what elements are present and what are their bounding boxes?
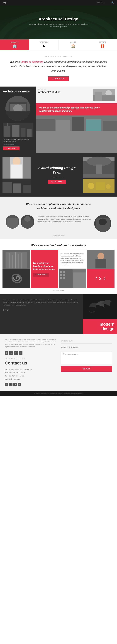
iconic-img-credit: Image from Freepik xyxy=(3,290,114,291)
contact-gp-icon[interactable]: G+ xyxy=(19,351,23,355)
planners-text: Lorem ipsum dolor sit amet, consectetur … xyxy=(37,215,92,223)
hero-section: Architectural Design We are an independe… xyxy=(0,5,117,39)
global-practice-subtitle: WE ARE A GLOBAL PRACTICE xyxy=(9,56,108,57)
iconic-title: We've worked in iconic natural settings xyxy=(3,244,114,247)
iconic-cell-text: Duis aute irure dolor in reprehenderit i… xyxy=(59,250,86,268)
contact-right: SUBMIT xyxy=(61,338,112,386)
svg-rect-21 xyxy=(94,92,102,101)
circle1-svg xyxy=(6,215,19,228)
svg-rect-58 xyxy=(18,254,19,268)
nav-tab-about[interactable]: ABOUT US 🏢 xyxy=(0,39,29,50)
modern-design-line1: modern xyxy=(85,322,114,326)
contact-address-line2: Mon – Fri: 9:00 am – 8:00 pm xyxy=(5,371,56,374)
svg-rect-70 xyxy=(63,274,65,276)
bottom-tw-icon[interactable]: t xyxy=(9,383,13,386)
search-input[interactable] xyxy=(96,1,110,4)
hero-title: Architectural Design xyxy=(39,17,78,22)
nav-tabs: ABOUT US 🏢 STRATEGY ♟ MISSION 🏠 SUPPORT … xyxy=(0,39,117,50)
planner-circle-big xyxy=(94,215,111,232)
award-right-img-top xyxy=(83,157,114,178)
home-icon: 🏠 xyxy=(71,44,75,48)
modern-social-row: f t in xyxy=(3,309,80,311)
modern-fb-icon[interactable]: f xyxy=(3,309,4,311)
contact-address: 3045 10 Sunrise Avenue, 123-456-7890 Mon… xyxy=(5,368,56,381)
svg-rect-4 xyxy=(0,5,117,39)
svg-point-49 xyxy=(24,216,31,222)
iconic-living-learn-more-btn[interactable]: LEARN MORE xyxy=(33,273,49,276)
iconic-living-title: We create living, breathing structures t… xyxy=(33,262,56,271)
svg-rect-62 xyxy=(95,259,106,268)
award-img-small xyxy=(3,180,31,193)
studios-top: ABOUT US Architects' studios xyxy=(36,86,117,103)
circle2-svg xyxy=(21,215,34,228)
global-practice-text: We are a group of designers working toge… xyxy=(9,60,108,73)
facebook-icon[interactable]: f xyxy=(96,277,97,280)
support-icon: 🛟 xyxy=(100,44,104,48)
svg-point-30 xyxy=(13,157,21,166)
studios-img-svg xyxy=(93,89,115,101)
award-learn-more-btn[interactable]: LEARN MORE xyxy=(48,180,66,184)
svg-rect-56 xyxy=(12,255,13,268)
building-icon: 🏢 xyxy=(13,44,17,48)
svg-rect-67 xyxy=(60,271,62,273)
contact-name-input[interactable] xyxy=(61,338,112,344)
svg-rect-26 xyxy=(86,119,101,131)
site-footer: Sample text. Click to select the text bo… xyxy=(0,391,117,396)
svg-rect-68 xyxy=(63,271,65,273)
svg-rect-24 xyxy=(56,120,70,131)
studios-title: Architects' studios xyxy=(38,91,91,94)
award-small-svg xyxy=(3,180,31,193)
news-circle-image xyxy=(6,96,30,121)
bottom-fb-icon[interactable]: f xyxy=(5,383,8,386)
nav-tab-strategy[interactable]: STRATEGY ♟ xyxy=(29,39,59,50)
contact-left: Ut enim ad minim veniam, quis nostrud ex… xyxy=(5,338,61,386)
search-icon[interactable]: 🔍 xyxy=(111,2,114,4)
planner-circle-1 xyxy=(6,215,19,228)
svg-rect-69 xyxy=(60,274,62,276)
iconic-cell-building2 xyxy=(59,269,86,288)
studios-top-image xyxy=(93,89,115,101)
hero-arch-decoration xyxy=(0,5,117,39)
news-left-panel: Architecture news xyxy=(0,86,36,153)
nav-tab-mission[interactable]: MISSION 🏠 xyxy=(59,39,88,50)
contact-submit-btn[interactable]: SUBMIT xyxy=(61,366,112,372)
global-practice-learn-more-btn[interactable]: LEARN MORE xyxy=(48,76,68,81)
svg-rect-12 xyxy=(12,125,20,137)
modern-tw-icon[interactable]: t xyxy=(5,309,6,311)
award-left-images xyxy=(3,157,31,193)
svg-rect-23 xyxy=(36,118,55,131)
modern-bird-svg xyxy=(83,294,117,319)
news-circle-img-svg xyxy=(6,96,30,121)
planners-row: Lorem ipsum dolor sit amet, consectetur … xyxy=(6,215,111,232)
iconic-text-content: Duis aute irure dolor in reprehenderit i… xyxy=(61,252,85,266)
iconic-bldg2-svg xyxy=(59,269,86,288)
contact-title: Contact us xyxy=(5,360,56,366)
award-yellow-svg xyxy=(83,179,114,193)
bottom-gp-icon[interactable]: G+ xyxy=(18,383,21,386)
contact-fb-icon[interactable]: f xyxy=(5,351,9,355)
iconic-cell-living: We create living, breathing structures t… xyxy=(31,250,58,288)
contact-tw-icon[interactable]: t xyxy=(9,351,13,355)
svg-rect-66 xyxy=(73,272,86,288)
studios-right-panel: ABOUT US Architects' studios We are an i… xyxy=(36,86,117,153)
nav-tab-support[interactable]: SUPPORT 🛟 xyxy=(88,39,117,50)
planners-section: We are a team of planners, architects, l… xyxy=(0,196,117,239)
modern-design-badge: modern design xyxy=(83,319,117,334)
contact-message-input[interactable] xyxy=(61,352,112,364)
svg-point-52 xyxy=(99,218,107,225)
instagram-icon[interactable]: © xyxy=(103,277,106,280)
contact-section: Ut enim ad minim veniam, quis nostrud ex… xyxy=(0,334,117,391)
news-learn-more-btn[interactable]: LEARN MORE xyxy=(3,146,20,150)
contact-email-input[interactable] xyxy=(61,345,112,350)
studios-bottom-svg xyxy=(36,116,117,131)
bottom-in-icon[interactable]: in xyxy=(14,383,17,386)
award-right-img-yellow xyxy=(83,179,114,193)
svg-rect-13 xyxy=(21,128,25,137)
iconic-cell-spiral xyxy=(3,269,30,288)
modern-design-section: Ut enim ad minim veniam, quis nostrud ex… xyxy=(0,294,117,334)
contact-in-icon[interactable]: in xyxy=(14,351,18,355)
svg-rect-46 xyxy=(7,218,18,228)
twitter-icon[interactable]: 𝕏 xyxy=(99,277,101,280)
newsletter-label: JOIN OUR NEWSLETTER xyxy=(5,358,56,359)
modern-ig-icon[interactable]: in xyxy=(7,309,9,311)
